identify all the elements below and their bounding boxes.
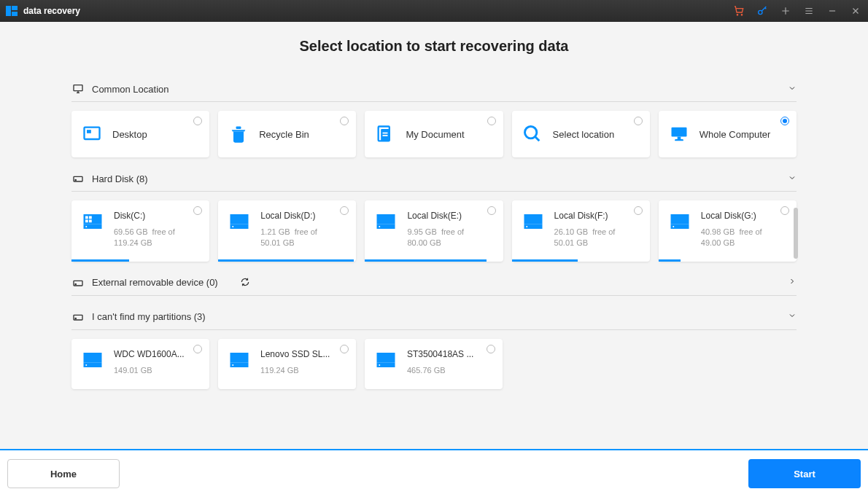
section-title-lost: I can't find my partitions (3) bbox=[92, 311, 206, 322]
svg-point-14 bbox=[524, 127, 536, 138]
disk-icon bbox=[71, 310, 85, 324]
svg-point-27 bbox=[232, 226, 233, 227]
disk-size: 465.76 GB bbox=[407, 365, 492, 376]
chevron-down-icon bbox=[788, 311, 797, 322]
computer-icon bbox=[669, 124, 689, 144]
divider bbox=[71, 329, 797, 330]
scrollbar[interactable] bbox=[794, 208, 798, 259]
radio[interactable] bbox=[487, 206, 496, 215]
disk-card[interactable]: Local Disk(F:)26.10 GB free of50.01 GB bbox=[512, 200, 650, 262]
chevron-down-icon bbox=[788, 173, 797, 184]
disk-name: Disk(C:) bbox=[114, 211, 199, 221]
section-header-common[interactable]: Common Location bbox=[71, 77, 797, 101]
card-label: Whole Computer bbox=[700, 129, 771, 140]
radio[interactable] bbox=[340, 117, 349, 125]
svg-rect-23 bbox=[85, 220, 88, 223]
section-header-external[interactable]: External removable device (0) bbox=[71, 270, 797, 295]
card-recycle[interactable]: Recycle Bin bbox=[218, 111, 356, 157]
radio[interactable] bbox=[193, 117, 202, 125]
disk-name: Lenovo SSD SL... bbox=[260, 349, 346, 359]
disk-detail: 40.98 GB free of49.00 GB bbox=[701, 227, 786, 248]
svg-rect-8 bbox=[87, 130, 91, 133]
svg-point-35 bbox=[75, 283, 76, 284]
disk-info: ST3500418AS ...465.76 GB bbox=[407, 349, 492, 376]
disk-name: WDC WD1600A... bbox=[114, 349, 199, 359]
app-title: data recovery bbox=[23, 6, 80, 16]
svg-rect-0 bbox=[6, 6, 11, 16]
usage-bar bbox=[659, 259, 797, 262]
start-button[interactable]: Start bbox=[748, 459, 861, 488]
radio[interactable] bbox=[634, 117, 643, 125]
disk-info: Local Disk(F:)26.10 GB free of50.01 GB bbox=[554, 211, 640, 248]
disk-name: Local Disk(D:) bbox=[260, 211, 346, 221]
partition-card[interactable]: Lenovo SSD SL...119.24 GB bbox=[218, 339, 356, 389]
card-document[interactable]: My Document bbox=[365, 111, 503, 157]
disk-size: 119.24 GB bbox=[260, 365, 346, 376]
radio[interactable] bbox=[193, 206, 202, 215]
disk-info: Local Disk(E:)9.95 GB free of80.00 GB bbox=[407, 211, 492, 248]
menu-icon[interactable] bbox=[802, 4, 815, 17]
disk-name: Local Disk(E:) bbox=[407, 211, 492, 221]
home-button[interactable]: Home bbox=[7, 459, 120, 488]
svg-point-29 bbox=[379, 226, 381, 227]
monitor-icon bbox=[71, 82, 85, 95]
key-icon[interactable] bbox=[756, 4, 769, 17]
drive-icon bbox=[228, 212, 250, 231]
footer: Home Start bbox=[0, 449, 868, 497]
lost-cards: WDC WD1600A...149.01 GBLenovo SSD SL...1… bbox=[71, 339, 797, 389]
usage-bar bbox=[218, 259, 356, 262]
disk-card[interactable]: Local Disk(D:)1.21 GB free of50.01 GB bbox=[218, 200, 356, 262]
radio[interactable] bbox=[780, 206, 789, 215]
trash-icon bbox=[228, 124, 249, 144]
disk-info: Local Disk(G:)40.98 GB free of49.00 GB bbox=[701, 211, 786, 248]
radio[interactable] bbox=[193, 345, 202, 353]
section-header-hard-disk[interactable]: Hard Disk (8) bbox=[71, 166, 797, 191]
card-whole-computer[interactable]: Whole Computer bbox=[659, 111, 797, 157]
svg-point-37 bbox=[75, 318, 76, 318]
disk-card[interactable]: Disk(C:)69.56 GB free of119.24 GB bbox=[71, 200, 209, 262]
disk-name: Local Disk(G:) bbox=[701, 211, 786, 221]
svg-rect-21 bbox=[85, 216, 88, 219]
close-icon[interactable] bbox=[849, 4, 862, 17]
radio[interactable] bbox=[487, 117, 496, 125]
section-title-common: Common Location bbox=[92, 84, 169, 95]
partition-card[interactable]: ST3500418AS ...465.76 GB bbox=[365, 339, 503, 389]
chevron-down-icon bbox=[788, 84, 797, 95]
radio[interactable] bbox=[340, 206, 349, 215]
plus-icon[interactable] bbox=[779, 4, 792, 17]
refresh-icon[interactable] bbox=[240, 277, 252, 289]
radio[interactable] bbox=[634, 206, 643, 215]
disk-info: Local Disk(D:)1.21 GB free of50.01 GB bbox=[260, 211, 346, 248]
disk-info: WDC WD1600A...149.01 GB bbox=[114, 349, 199, 376]
card-desktop[interactable]: Desktop bbox=[71, 111, 209, 157]
disk-card[interactable]: Local Disk(G:)40.98 GB free of49.00 GB bbox=[659, 200, 797, 262]
titlebar-right bbox=[732, 4, 862, 17]
partition-card[interactable]: WDC WD1600A...149.01 GB bbox=[71, 339, 209, 389]
radio[interactable] bbox=[340, 345, 349, 353]
divider bbox=[71, 101, 797, 102]
drive-icon bbox=[82, 212, 104, 231]
section-hard-disk: Hard Disk (8) Disk(C:)69.56 GB free of11… bbox=[71, 166, 797, 262]
disk-size: 149.01 GB bbox=[114, 365, 199, 376]
cart-icon[interactable] bbox=[732, 4, 745, 17]
disk-card[interactable]: Local Disk(E:)9.95 GB free of80.00 GB bbox=[365, 200, 503, 262]
titlebar: data recovery bbox=[0, 0, 868, 22]
section-header-lost[interactable]: I can't find my partitions (3) bbox=[71, 305, 797, 329]
minimize-icon[interactable] bbox=[826, 4, 839, 17]
svg-point-33 bbox=[673, 226, 674, 227]
svg-rect-6 bbox=[74, 85, 82, 91]
svg-rect-15 bbox=[671, 128, 686, 137]
chevron-right-icon bbox=[788, 277, 797, 288]
card-label: Select location bbox=[553, 129, 615, 140]
drive-icon bbox=[375, 212, 397, 231]
divider bbox=[71, 191, 797, 192]
radio[interactable] bbox=[780, 117, 789, 125]
disk-detail: 1.21 GB free of50.01 GB bbox=[260, 227, 346, 248]
disk-name: Local Disk(F:) bbox=[554, 211, 640, 221]
disk-info: Disk(C:)69.56 GB free of119.24 GB bbox=[114, 211, 199, 248]
radio[interactable] bbox=[487, 345, 495, 353]
svg-point-41 bbox=[232, 364, 233, 366]
svg-rect-11 bbox=[381, 129, 390, 141]
card-select-location[interactable]: Select location bbox=[512, 111, 650, 157]
svg-point-19 bbox=[75, 179, 76, 180]
